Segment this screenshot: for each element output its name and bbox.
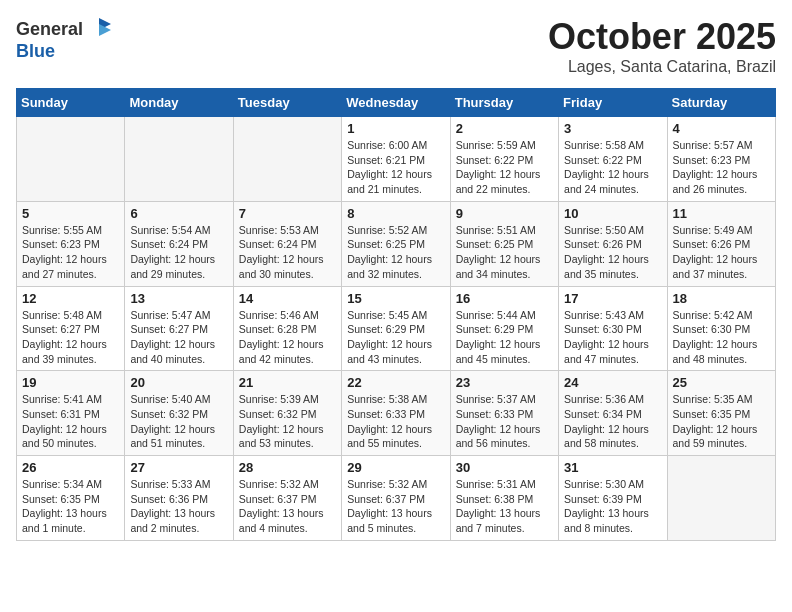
logo-general: General — [16, 20, 83, 40]
calendar-week-row: 12Sunrise: 5:48 AM Sunset: 6:27 PM Dayli… — [17, 286, 776, 371]
calendar-cell: 29Sunrise: 5:32 AM Sunset: 6:37 PM Dayli… — [342, 456, 450, 541]
day-number: 22 — [347, 375, 444, 390]
day-info: Sunrise: 5:30 AM Sunset: 6:39 PM Dayligh… — [564, 477, 661, 536]
day-info: Sunrise: 5:35 AM Sunset: 6:35 PM Dayligh… — [673, 392, 770, 451]
calendar-cell: 15Sunrise: 5:45 AM Sunset: 6:29 PM Dayli… — [342, 286, 450, 371]
day-number: 23 — [456, 375, 553, 390]
day-info: Sunrise: 6:00 AM Sunset: 6:21 PM Dayligh… — [347, 138, 444, 197]
day-number: 6 — [130, 206, 227, 221]
day-info: Sunrise: 5:46 AM Sunset: 6:28 PM Dayligh… — [239, 308, 336, 367]
weekday-header-friday: Friday — [559, 89, 667, 117]
day-number: 5 — [22, 206, 119, 221]
day-number: 12 — [22, 291, 119, 306]
day-info: Sunrise: 5:32 AM Sunset: 6:37 PM Dayligh… — [347, 477, 444, 536]
day-info: Sunrise: 5:57 AM Sunset: 6:23 PM Dayligh… — [673, 138, 770, 197]
calendar-cell: 12Sunrise: 5:48 AM Sunset: 6:27 PM Dayli… — [17, 286, 125, 371]
calendar-cell: 30Sunrise: 5:31 AM Sunset: 6:38 PM Dayli… — [450, 456, 558, 541]
day-number: 2 — [456, 121, 553, 136]
calendar-cell — [233, 117, 341, 202]
day-number: 8 — [347, 206, 444, 221]
day-number: 30 — [456, 460, 553, 475]
day-number: 4 — [673, 121, 770, 136]
weekday-header-sunday: Sunday — [17, 89, 125, 117]
calendar-cell: 31Sunrise: 5:30 AM Sunset: 6:39 PM Dayli… — [559, 456, 667, 541]
day-number: 24 — [564, 375, 661, 390]
calendar-cell: 3Sunrise: 5:58 AM Sunset: 6:22 PM Daylig… — [559, 117, 667, 202]
month-title: October 2025 — [548, 16, 776, 58]
calendar-cell: 7Sunrise: 5:53 AM Sunset: 6:24 PM Daylig… — [233, 201, 341, 286]
logo-flag-icon — [85, 16, 113, 44]
calendar-week-row: 5Sunrise: 5:55 AM Sunset: 6:23 PM Daylig… — [17, 201, 776, 286]
day-info: Sunrise: 5:45 AM Sunset: 6:29 PM Dayligh… — [347, 308, 444, 367]
day-info: Sunrise: 5:59 AM Sunset: 6:22 PM Dayligh… — [456, 138, 553, 197]
location-title: Lages, Santa Catarina, Brazil — [548, 58, 776, 76]
day-number: 11 — [673, 206, 770, 221]
calendar-cell — [17, 117, 125, 202]
calendar-cell: 24Sunrise: 5:36 AM Sunset: 6:34 PM Dayli… — [559, 371, 667, 456]
calendar-cell: 6Sunrise: 5:54 AM Sunset: 6:24 PM Daylig… — [125, 201, 233, 286]
weekday-header-wednesday: Wednesday — [342, 89, 450, 117]
day-number: 25 — [673, 375, 770, 390]
day-number: 19 — [22, 375, 119, 390]
day-number: 15 — [347, 291, 444, 306]
day-info: Sunrise: 5:42 AM Sunset: 6:30 PM Dayligh… — [673, 308, 770, 367]
calendar-cell: 21Sunrise: 5:39 AM Sunset: 6:32 PM Dayli… — [233, 371, 341, 456]
day-info: Sunrise: 5:32 AM Sunset: 6:37 PM Dayligh… — [239, 477, 336, 536]
calendar-cell: 11Sunrise: 5:49 AM Sunset: 6:26 PM Dayli… — [667, 201, 775, 286]
calendar-cell: 10Sunrise: 5:50 AM Sunset: 6:26 PM Dayli… — [559, 201, 667, 286]
calendar-cell: 2Sunrise: 5:59 AM Sunset: 6:22 PM Daylig… — [450, 117, 558, 202]
calendar-week-row: 1Sunrise: 6:00 AM Sunset: 6:21 PM Daylig… — [17, 117, 776, 202]
day-info: Sunrise: 5:37 AM Sunset: 6:33 PM Dayligh… — [456, 392, 553, 451]
calendar-cell: 27Sunrise: 5:33 AM Sunset: 6:36 PM Dayli… — [125, 456, 233, 541]
calendar-week-row: 26Sunrise: 5:34 AM Sunset: 6:35 PM Dayli… — [17, 456, 776, 541]
day-number: 20 — [130, 375, 227, 390]
day-info: Sunrise: 5:44 AM Sunset: 6:29 PM Dayligh… — [456, 308, 553, 367]
logo-blue: Blue — [16, 42, 113, 62]
day-number: 27 — [130, 460, 227, 475]
day-info: Sunrise: 5:54 AM Sunset: 6:24 PM Dayligh… — [130, 223, 227, 282]
day-info: Sunrise: 5:31 AM Sunset: 6:38 PM Dayligh… — [456, 477, 553, 536]
weekday-header-monday: Monday — [125, 89, 233, 117]
day-info: Sunrise: 5:33 AM Sunset: 6:36 PM Dayligh… — [130, 477, 227, 536]
day-info: Sunrise: 5:36 AM Sunset: 6:34 PM Dayligh… — [564, 392, 661, 451]
calendar-table: SundayMondayTuesdayWednesdayThursdayFrid… — [16, 88, 776, 541]
day-number: 26 — [22, 460, 119, 475]
day-info: Sunrise: 5:38 AM Sunset: 6:33 PM Dayligh… — [347, 392, 444, 451]
day-info: Sunrise: 5:48 AM Sunset: 6:27 PM Dayligh… — [22, 308, 119, 367]
day-info: Sunrise: 5:55 AM Sunset: 6:23 PM Dayligh… — [22, 223, 119, 282]
calendar-cell: 22Sunrise: 5:38 AM Sunset: 6:33 PM Dayli… — [342, 371, 450, 456]
calendar-cell: 19Sunrise: 5:41 AM Sunset: 6:31 PM Dayli… — [17, 371, 125, 456]
day-info: Sunrise: 5:50 AM Sunset: 6:26 PM Dayligh… — [564, 223, 661, 282]
calendar-header-row: SundayMondayTuesdayWednesdayThursdayFrid… — [17, 89, 776, 117]
day-number: 10 — [564, 206, 661, 221]
calendar-cell: 4Sunrise: 5:57 AM Sunset: 6:23 PM Daylig… — [667, 117, 775, 202]
calendar-cell: 8Sunrise: 5:52 AM Sunset: 6:25 PM Daylig… — [342, 201, 450, 286]
day-info: Sunrise: 5:39 AM Sunset: 6:32 PM Dayligh… — [239, 392, 336, 451]
day-number: 16 — [456, 291, 553, 306]
calendar-cell: 28Sunrise: 5:32 AM Sunset: 6:37 PM Dayli… — [233, 456, 341, 541]
day-number: 9 — [456, 206, 553, 221]
calendar-cell: 26Sunrise: 5:34 AM Sunset: 6:35 PM Dayli… — [17, 456, 125, 541]
day-info: Sunrise: 5:53 AM Sunset: 6:24 PM Dayligh… — [239, 223, 336, 282]
day-number: 13 — [130, 291, 227, 306]
calendar-cell: 16Sunrise: 5:44 AM Sunset: 6:29 PM Dayli… — [450, 286, 558, 371]
day-info: Sunrise: 5:41 AM Sunset: 6:31 PM Dayligh… — [22, 392, 119, 451]
day-info: Sunrise: 5:43 AM Sunset: 6:30 PM Dayligh… — [564, 308, 661, 367]
weekday-header-tuesday: Tuesday — [233, 89, 341, 117]
calendar-cell: 25Sunrise: 5:35 AM Sunset: 6:35 PM Dayli… — [667, 371, 775, 456]
day-number: 21 — [239, 375, 336, 390]
day-info: Sunrise: 5:34 AM Sunset: 6:35 PM Dayligh… — [22, 477, 119, 536]
day-info: Sunrise: 5:58 AM Sunset: 6:22 PM Dayligh… — [564, 138, 661, 197]
day-number: 18 — [673, 291, 770, 306]
calendar-cell: 23Sunrise: 5:37 AM Sunset: 6:33 PM Dayli… — [450, 371, 558, 456]
logo: General Blue — [16, 16, 113, 62]
title-block: October 2025 Lages, Santa Catarina, Braz… — [548, 16, 776, 76]
calendar-cell — [125, 117, 233, 202]
calendar-cell: 1Sunrise: 6:00 AM Sunset: 6:21 PM Daylig… — [342, 117, 450, 202]
calendar-cell: 20Sunrise: 5:40 AM Sunset: 6:32 PM Dayli… — [125, 371, 233, 456]
day-number: 28 — [239, 460, 336, 475]
calendar-cell: 13Sunrise: 5:47 AM Sunset: 6:27 PM Dayli… — [125, 286, 233, 371]
weekday-header-thursday: Thursday — [450, 89, 558, 117]
calendar-cell: 17Sunrise: 5:43 AM Sunset: 6:30 PM Dayli… — [559, 286, 667, 371]
calendar-cell: 18Sunrise: 5:42 AM Sunset: 6:30 PM Dayli… — [667, 286, 775, 371]
